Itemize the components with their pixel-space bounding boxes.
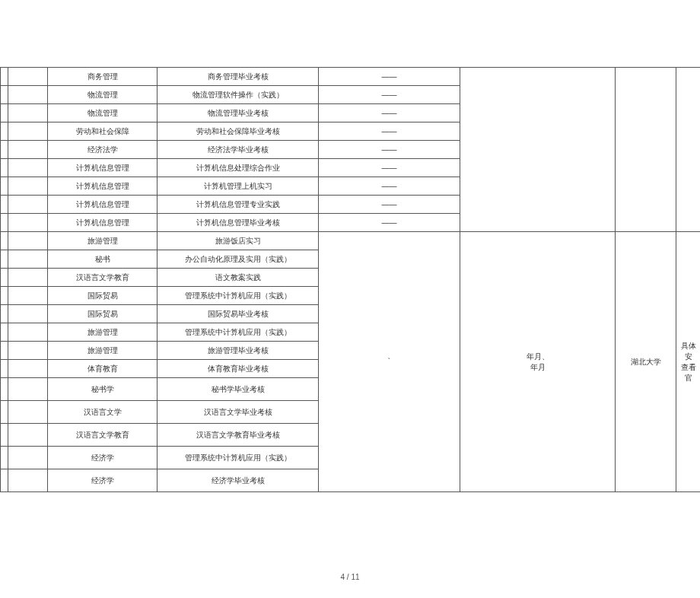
cell-subject: 办公自动化原理及实用（实践） (158, 250, 319, 269)
cell-empty (1, 68, 8, 86)
cell-subject: 计算机信息管理专业实践 (158, 196, 319, 214)
cell-merged-6: 湖北大学 (616, 232, 676, 492)
cell-subject: 商务管理毕业考核 (158, 68, 319, 86)
table-row: 旅游管理 旅游饭店实习 ` 年月、 年月 湖北大学 具体安 查看 官 (1, 232, 701, 250)
cell-subject: 旅游饭店实习 (158, 232, 319, 250)
cell-subject: 管理系统中计算机应用（实践） (158, 447, 319, 469)
cell-major: 计算机信息管理 (48, 196, 158, 214)
cell-subject: 计算机信息处理综合作业 (158, 159, 319, 177)
cell-major: 计算机信息管理 (48, 177, 158, 196)
cell-major: 汉语言文学 (48, 401, 158, 424)
cell-subject: 管理系统中计算机应用（实践） (158, 323, 319, 342)
cell-major: 物流管理 (48, 104, 158, 122)
cell-major: 旅游管理 (48, 323, 158, 342)
cell-major: 商务管理 (48, 68, 158, 86)
cell-major: 体育教育 (48, 360, 158, 378)
cell-dash: —— (319, 86, 460, 104)
cell-major: 国际贸易 (48, 287, 158, 305)
cell-merged-4: ` (319, 232, 460, 492)
cell-subject: 旅游管理毕业考核 (158, 342, 319, 360)
cell-major: 计算机信息管理 (48, 159, 158, 177)
cell-dash: —— (319, 177, 460, 196)
cell-subject: 经济法学毕业考核 (158, 141, 319, 159)
cell-major: 经济学 (48, 447, 158, 469)
cell-major: 经济学 (48, 469, 158, 492)
cell-dash: —— (319, 104, 460, 122)
cell-major: 汉语言文学教育 (48, 424, 158, 447)
cell-major: 旅游管理 (48, 232, 158, 250)
cell-major: 秘书学 (48, 378, 158, 401)
cell-idx (8, 68, 48, 86)
cell-merged-7: 具体安 查看 官 (676, 232, 701, 492)
cell-subject: 劳动和社会保障毕业考核 (158, 122, 319, 141)
cell-major: 经济法学 (48, 141, 158, 159)
cell-merged-5: 年月、 年月 (460, 232, 616, 492)
cell-subject: 经济学毕业考核 (158, 469, 319, 492)
cell-dash: —— (319, 159, 460, 177)
cell-merged-5 (460, 68, 616, 232)
cell-dash: —— (319, 122, 460, 141)
cell-subject: 管理系统中计算机应用（实践） (158, 287, 319, 305)
cell-major: 汉语言文学教育 (48, 269, 158, 287)
cell-major: 计算机信息管理 (48, 214, 158, 232)
cell-dash: —— (319, 196, 460, 214)
cell-major: 旅游管理 (48, 342, 158, 360)
cell-subject: 计算机信息管理毕业考核 (158, 214, 319, 232)
cell-subject: 语文教案实践 (158, 269, 319, 287)
cell-major: 国际贸易 (48, 305, 158, 323)
cell-subject: 秘书学毕业考核 (158, 378, 319, 401)
page-footer: 4 / 11 (0, 573, 700, 581)
cell-subject: 国际贸易毕业考核 (158, 305, 319, 323)
cell-subject: 汉语言文学毕业考核 (158, 401, 319, 424)
cell-major: 物流管理 (48, 86, 158, 104)
cell-merged-7 (676, 68, 701, 232)
cell-subject: 计算机管理上机实习 (158, 177, 319, 196)
data-table: 商务管理 商务管理毕业考核 —— 物流管理 物流管理软件操作（实践） —— 物流… (0, 67, 700, 492)
cell-subject: 物流管理毕业考核 (158, 104, 319, 122)
cell-dash: —— (319, 141, 460, 159)
cell-merged-6 (616, 68, 676, 232)
cell-dash: —— (319, 68, 460, 86)
cell-dash: —— (319, 214, 460, 232)
table-row: 商务管理 商务管理毕业考核 —— (1, 68, 701, 86)
cell-subject: 物流管理软件操作（实践） (158, 86, 319, 104)
cell-major: 秘书 (48, 250, 158, 269)
cell-subject: 汉语言文学教育毕业考核 (158, 424, 319, 447)
cell-major: 劳动和社会保障 (48, 122, 158, 141)
cell-subject: 体育教育毕业考核 (158, 360, 319, 378)
